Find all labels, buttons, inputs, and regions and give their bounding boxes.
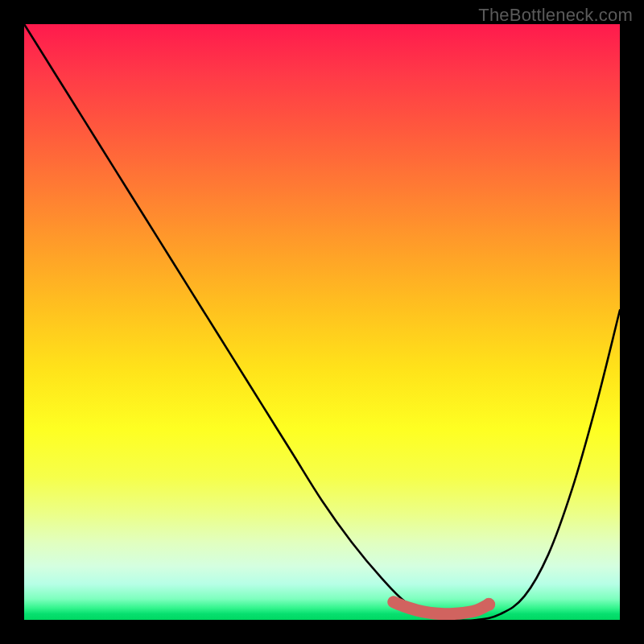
watermark-text: TheBottleneck.com — [478, 5, 633, 26]
bottleneck-curve-svg — [24, 24, 620, 620]
flat-marker-path — [394, 602, 489, 614]
chart-plot-area — [24, 24, 620, 620]
bottleneck-curve-path — [24, 24, 620, 620]
flat-marker-end-dot — [482, 598, 495, 611]
